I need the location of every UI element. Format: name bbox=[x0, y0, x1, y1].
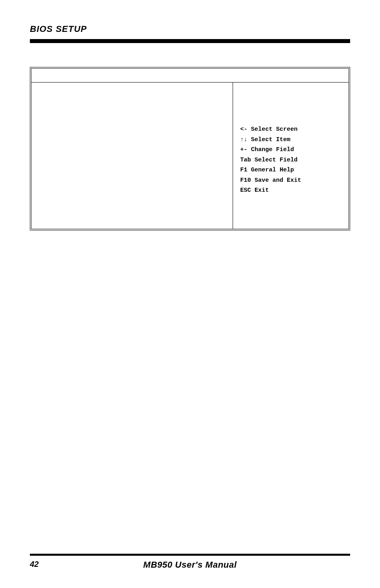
help-line: <- Select Screen bbox=[240, 124, 341, 135]
header-divider bbox=[30, 39, 350, 43]
bios-left-panel bbox=[31, 83, 233, 229]
page-header-title: BIOS SETUP bbox=[30, 24, 350, 34]
page-number: 42 bbox=[30, 560, 39, 569]
help-line: +- Change Field bbox=[240, 145, 341, 155]
help-line: ↑↓ Select Item bbox=[240, 135, 341, 145]
manual-title: MB950 User's Manual bbox=[143, 560, 237, 570]
help-line: F1 General Help bbox=[240, 165, 341, 175]
bios-help-panel: <- Select Screen ↑↓ Select Item +- Chang… bbox=[233, 83, 349, 229]
help-line: Tab Select Field bbox=[240, 155, 341, 165]
page-footer: 42 MB950 User's Manual bbox=[30, 554, 350, 569]
help-line: ESC Exit bbox=[240, 185, 341, 196]
help-line: F10 Save and Exit bbox=[240, 175, 341, 186]
footer-divider bbox=[30, 554, 350, 556]
bios-body: <- Select Screen ↑↓ Select Item +- Chang… bbox=[31, 83, 349, 229]
bios-top-bar bbox=[31, 69, 349, 83]
bios-screen-box: <- Select Screen ↑↓ Select Item +- Chang… bbox=[30, 67, 350, 230]
